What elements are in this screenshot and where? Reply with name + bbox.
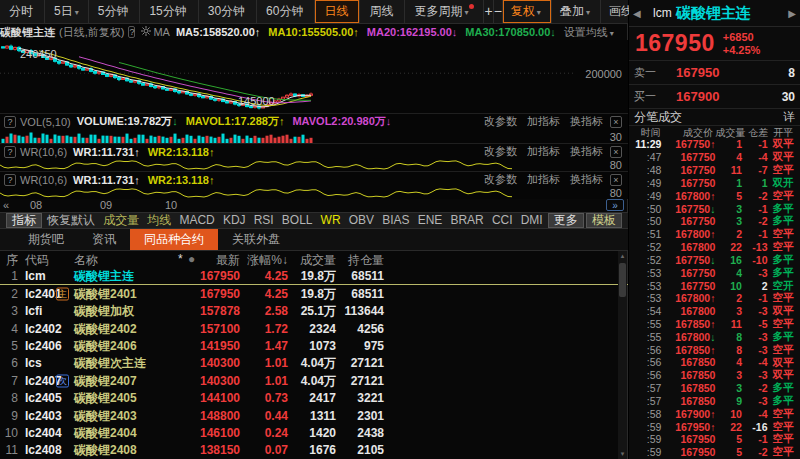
contract-name: 碳酸锂2406 [74,338,137,355]
ma-settings-button[interactable]: 设置均线▾ [564,25,614,40]
volume: 25.1万 [290,303,336,320]
panel-action-button[interactable]: 改参数 [484,173,517,185]
table-row[interactable]: 8 lc2405 碳酸锂2405 144100 0.73 2417 3221 [0,390,628,407]
table-row[interactable]: 1 lcm 碳酸锂主连 167950 4.25 19.8万 68511 [0,267,628,285]
indicator-chip[interactable]: 指标 [6,213,42,228]
wr-value-text: WR1:11.731 [73,146,134,158]
indicator-chip[interactable]: ENE [415,213,446,228]
indicator-chip[interactable]: 成交量 [100,213,142,228]
close-icon[interactable]: × [610,174,622,186]
indicator-chip[interactable]: 模板 [586,213,622,228]
expand-panel-icon[interactable]: » [606,199,624,211]
table-row[interactable]: 11 lc2408 碳酸锂2408 138150 0.07 1676 2105 [0,442,628,459]
indicator-chip[interactable]: BRAR [447,213,486,228]
wr2-axis-label: 80 [610,187,622,199]
wr2-panel[interactable]: ? WR(10,6) WR1:11.731↑WR2:13.118↑ 改参数加指标… [0,171,628,199]
help-icon[interactable]: ? [4,116,16,128]
tick-volume: 1 [715,138,742,150]
indicator-chip[interactable]: MACD [176,213,217,228]
tab[interactable]: 期货吧 [14,229,78,250]
period-button[interactable]: 60分钟 [257,0,315,23]
panel-action-button[interactable]: 换指标 [570,145,603,157]
tool-button[interactable]: 复权▾ [503,0,552,23]
indicator-chip[interactable]: BOLL [279,213,316,228]
tick-row: :56 167850 4 -4 双平 [629,356,800,369]
indicator-chip[interactable]: 均线 [144,213,174,228]
tick-volume: 4 [715,151,742,163]
tab[interactable]: 关联外盘 [218,229,294,250]
table-row[interactable]: 5 lc2406 碳酸锂2406 141950 1.47 1073 975 [0,337,628,354]
period-button[interactable]: 分时 [0,0,45,23]
zoom-in-button[interactable]: + [484,0,493,23]
indicator-chip[interactable]: WR [318,213,344,228]
table-row[interactable]: 6 lcs 碳酸锂次主连 140300 1.01 4.04万 27121 [0,355,628,372]
open-interest: 27121 [338,356,384,370]
panel-action-button[interactable]: 换指标 [570,115,603,127]
indicator-chip[interactable]: 恢复默认 [44,213,98,228]
table-row[interactable]: 9 lc2403 碳酸锂2403 148800 0.44 1311 2301 [0,407,628,424]
volume-panel[interactable]: ? VOL(5,10) VOLUME:19.782万↓MAVOL1:17.288… [0,113,628,143]
panel-action-button[interactable]: 加指标 [527,115,560,127]
wr1-panel[interactable]: ? WR(10,6) WR1:11.731↑WR2:13.118↑ 改参数加指标… [0,143,628,171]
tick-volume: 5 [715,433,742,445]
contract-code: lc2406 [25,339,62,353]
quote-header: ◀ lcm 碳酸锂主连 ▶ [629,0,800,27]
indicator-chip-label: CCI [492,213,513,227]
panel-action-button[interactable]: 换指标 [570,173,603,185]
close-icon[interactable]: × [610,116,622,128]
indicator-chip[interactable]: OBV [346,213,377,228]
table-row[interactable]: 4 lc2402 碳酸锂2402 157100 1.72 2324 4256 [0,320,628,337]
tick-detail-link[interactable]: 详 [783,109,795,126]
indicator-chip[interactable]: KDJ [220,213,249,228]
table-row[interactable]: 7 lc2407 次 碳酸锂2407 140300 1.01 4.04万 271… [0,372,628,389]
period-button[interactable]: 日线 [315,0,360,23]
price-box: 167950 +6850 +4.25% [629,27,800,60]
tick-oi-change: -1 [742,433,768,445]
row-seq: 8 [0,391,18,405]
contract-name: 碳酸锂次主连 [74,355,146,372]
tick-oi-change: -16 [742,421,768,433]
gear-icon[interactable] [141,26,151,38]
volume: 19.8万 [290,267,336,284]
next-contract-icon[interactable]: ▶ [784,8,796,19]
period-button[interactable]: 更多周期▾ [405,0,484,23]
period-button[interactable]: 5日▾ [45,0,89,23]
panel-action-button[interactable]: 改参数 [484,115,517,127]
tick-price: 167750 [661,215,715,227]
candlestick-chart[interactable]: 240450 145000 200000 [0,40,628,113]
prev-contract-icon[interactable]: ◀ [633,8,645,19]
table-row[interactable]: 3 lcfi 碳酸锂加权 157878 2.58 25.1万 113644 [0,303,628,320]
panel-action-button[interactable]: 加指标 [527,173,560,185]
help-icon[interactable]: ? [4,174,16,186]
help-icon[interactable]: ? [128,26,135,38]
tab[interactable]: 同品种合约 [130,229,218,250]
volume: 2324 [290,322,336,336]
change-percent: 0.73 [242,391,288,405]
table-row[interactable]: 2 lc2401 主 碳酸锂2401 167950 4.25 19.8万 685… [0,285,628,302]
period-button[interactable]: 30分钟 [199,0,257,23]
close-icon[interactable]: × [610,146,622,158]
period-button[interactable]: 15分钟 [140,0,198,23]
indicator-chip[interactable]: RSI [251,213,277,228]
zoom-out-button[interactable]: − [494,0,503,23]
scroll-left-icon[interactable]: « [3,199,9,211]
panel-action-button[interactable]: 改参数 [484,145,517,157]
indicator-chip[interactable]: 更多 [548,213,584,228]
help-icon[interactable]: ? [4,146,16,158]
scroll-down-icon[interactable]: ▾ [618,449,627,459]
table-row[interactable]: 10 lc2404 碳酸锂2404 146100 0.24 1420 2438 [0,424,628,441]
period-button[interactable]: 5分钟 [89,0,141,23]
indicator-chip[interactable]: CCI [489,213,516,228]
table-scrollbar[interactable]: ▴ ▾ [618,251,627,459]
last-price: 157878 [180,304,240,318]
tab[interactable]: 资讯 [78,229,130,250]
indicator-chip[interactable]: BIAS [379,213,412,228]
tick-price: 167750 [661,280,715,292]
period-button[interactable]: 周线 [360,0,405,23]
scrollbar-thumb[interactable] [619,263,626,297]
trend-arrow-icon: ↑ [209,174,215,186]
indicator-chip[interactable]: DMI [518,213,546,228]
panel-action-button[interactable]: 加指标 [527,145,560,157]
scroll-up-icon[interactable]: ▴ [618,251,627,261]
tool-button[interactable]: 叠加▾ [552,0,601,23]
